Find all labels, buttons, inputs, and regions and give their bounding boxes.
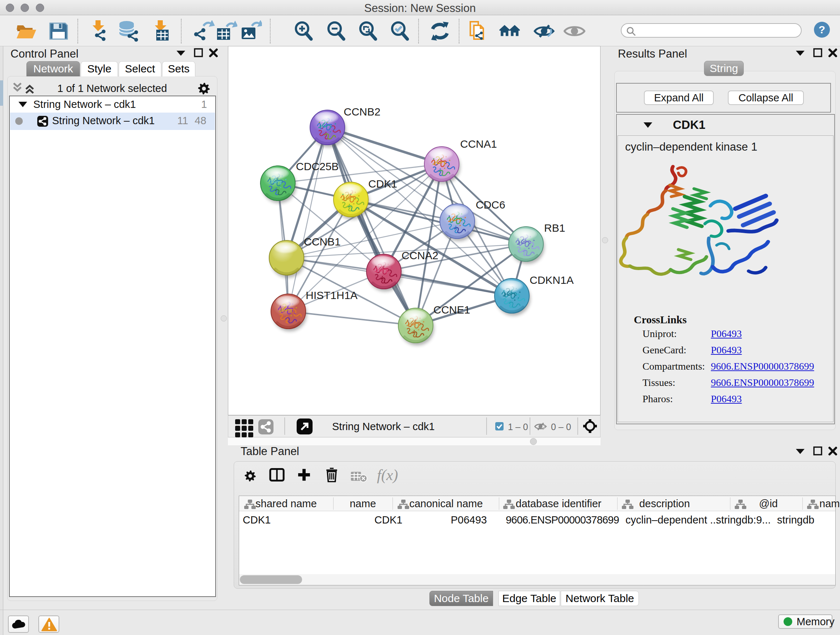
svg-text:CDC6: CDC6 xyxy=(476,199,505,211)
svg-text:CCNB2: CCNB2 xyxy=(344,106,381,118)
svg-text:CCNE1: CCNE1 xyxy=(433,304,470,316)
svg-text:CCNA1: CCNA1 xyxy=(460,138,497,150)
svg-text:CDKN1A: CDKN1A xyxy=(530,274,574,286)
svg-text:CDC25B: CDC25B xyxy=(296,160,339,172)
svg-text:?: ? xyxy=(819,24,825,35)
svg-text:CCNB1: CCNB1 xyxy=(304,236,341,248)
svg-text:CCNA2: CCNA2 xyxy=(401,249,439,261)
svg-text:CDK1: CDK1 xyxy=(368,178,397,190)
svg-text:RB1: RB1 xyxy=(544,222,565,234)
svg-text:HIST1H1A: HIST1H1A xyxy=(306,289,357,301)
